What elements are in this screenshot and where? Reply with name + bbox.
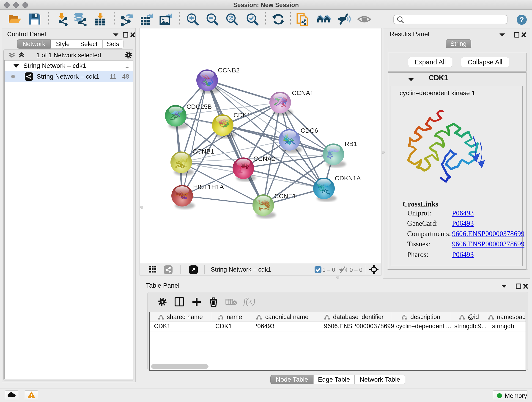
svg-text:CDKN1A: CDKN1A: [335, 175, 361, 182]
svg-text:CDC6: CDC6: [301, 127, 318, 134]
svg-text:CCNB1: CCNB1: [192, 148, 214, 155]
svg-text:CDC25B: CDC25B: [186, 103, 212, 110]
svg-text:CCNA2: CCNA2: [253, 155, 275, 162]
svg-text:CCNA1: CCNA1: [292, 89, 314, 96]
svg-text:CDK1: CDK1: [234, 112, 251, 119]
svg-text:?: ?: [519, 16, 524, 24]
svg-text:CCNB2: CCNB2: [218, 67, 240, 74]
svg-text:CCNE1: CCNE1: [274, 192, 296, 200]
svg-text:HIST1H1A: HIST1H1A: [193, 183, 224, 191]
svg-text:RB1: RB1: [345, 140, 357, 147]
